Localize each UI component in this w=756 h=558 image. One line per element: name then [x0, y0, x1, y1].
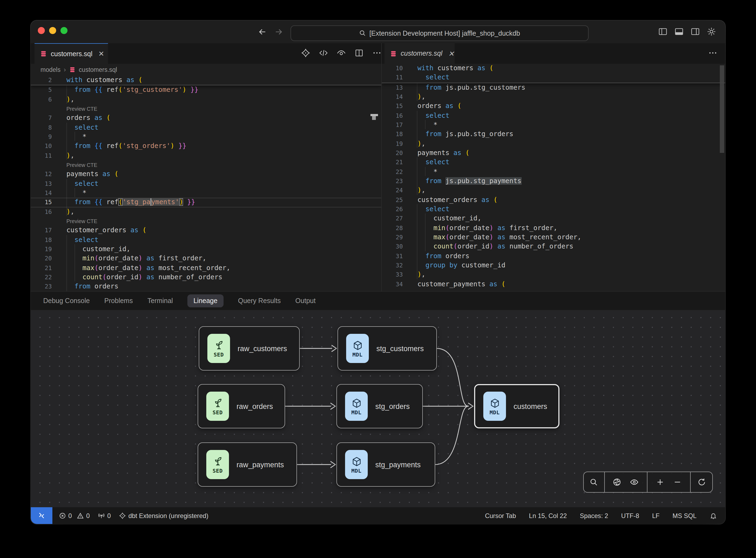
- code-line[interactable]: 17customer_orders as (: [31, 226, 381, 235]
- open-preview-eye-icon[interactable]: [336, 48, 346, 58]
- code-line[interactable]: 31 from orders: [382, 251, 725, 261]
- status-item-ms-sql[interactable]: MS SQL: [673, 512, 697, 519]
- minimize-window-button[interactable]: [49, 27, 56, 34]
- tab-customers-sql-right[interactable]: customers.sql ✕: [385, 43, 455, 64]
- code-line[interactable]: 32 group by customer_id: [382, 261, 725, 270]
- code-line[interactable]: 13 select: [31, 179, 381, 188]
- code-line[interactable]: 17 *: [382, 121, 725, 130]
- code-line[interactable]: 24),: [382, 186, 725, 196]
- code-line[interactable]: 19),: [382, 139, 725, 149]
- aperture-icon[interactable]: [612, 478, 622, 487]
- codelens-row[interactable]: Preview CTE: [31, 217, 381, 226]
- code-line[interactable]: 6),: [31, 95, 381, 104]
- close-window-button[interactable]: [38, 27, 45, 34]
- lineage-node-stg_payments[interactable]: MDLstg_payments: [336, 442, 435, 487]
- status-item-spaces-2[interactable]: Spaces: 2: [580, 512, 608, 519]
- lineage-node-raw_customers[interactable]: SEDraw_customers: [199, 326, 300, 371]
- panel-tab-lineage[interactable]: Lineage: [187, 295, 223, 307]
- status-item-ln-15-col-22[interactable]: Ln 15, Col 22: [529, 512, 567, 519]
- close-tab-icon[interactable]: ✕: [448, 49, 454, 57]
- code-line[interactable]: 11 select: [382, 73, 725, 83]
- zoom-out-icon[interactable]: [673, 478, 682, 487]
- panel-tab-output[interactable]: Output: [295, 297, 316, 305]
- code-line[interactable]: 30 count(order_id) as number_of_orders: [382, 242, 725, 251]
- codelens-row[interactable]: Preview CTE: [31, 160, 381, 170]
- code-line[interactable]: 8 select: [31, 123, 381, 132]
- refresh-icon[interactable]: [697, 478, 706, 487]
- lineage-node-raw_orders[interactable]: SEDraw_orders: [198, 384, 285, 428]
- breadcrumb-folder[interactable]: models: [41, 67, 60, 73]
- code-line[interactable]: 2with customers as (: [31, 76, 381, 85]
- code-line[interactable]: 14),: [382, 92, 725, 102]
- editor-pane-source[interactable]: 2with customers as ( 5 from {{ ref('stg_…: [31, 76, 381, 291]
- codelens-preview-cte-link[interactable]: Preview CTE: [67, 160, 97, 170]
- toggle-secondary-sidebar-icon[interactable]: [690, 26, 700, 37]
- code-line[interactable]: 20 min(order_date) as first_order,: [31, 254, 381, 263]
- status-item-lf[interactable]: LF: [652, 512, 660, 519]
- codelens-preview-cte-link[interactable]: Preview CTE: [67, 217, 97, 226]
- code-line[interactable]: 25customer_orders as (: [382, 195, 725, 205]
- zoom-in-icon[interactable]: [656, 478, 665, 487]
- remote-indicator[interactable]: [31, 507, 52, 524]
- code-line[interactable]: 33),: [382, 270, 725, 280]
- navigate-back-icon[interactable]: [258, 27, 267, 37]
- navigate-forward-icon[interactable]: [274, 27, 284, 37]
- code-line[interactable]: 28 min(order_date) as first_order,: [382, 223, 725, 233]
- code-line[interactable]: 34customer_payments as (: [382, 280, 725, 289]
- toggle-panel-icon[interactable]: [674, 26, 684, 37]
- panel-tab-terminal[interactable]: Terminal: [148, 297, 173, 305]
- zoom-window-button[interactable]: [60, 27, 68, 34]
- dbt-extension-status[interactable]: dbt Extension (unregistered): [119, 512, 208, 519]
- compiled-code-icon[interactable]: [319, 48, 328, 58]
- code-line[interactable]: 22 count(order_id) as number_of_orders: [31, 273, 381, 282]
- command-center-search[interactable]: [Extension Development Host] jaffle_shop…: [290, 25, 589, 41]
- eye-icon[interactable]: [630, 478, 639, 487]
- codelens-preview-cte-link[interactable]: Preview CTE: [67, 104, 97, 114]
- search-icon[interactable]: [590, 478, 599, 487]
- dbt-power-user-icon[interactable]: [301, 48, 311, 58]
- settings-gear-icon[interactable]: [706, 26, 716, 37]
- code-line[interactable]: 19 customer_id,: [31, 245, 381, 254]
- code-line[interactable]: 15 from {{ ref('stg_payments') }}: [31, 198, 381, 207]
- code-line[interactable]: 26 select: [382, 205, 725, 214]
- code-line[interactable]: 18 select: [31, 235, 381, 245]
- code-line[interactable]: 7orders as (: [31, 114, 381, 123]
- tab-customers-sql-left[interactable]: customers.sql ✕: [34, 43, 108, 64]
- code-line[interactable]: 11),: [31, 151, 381, 160]
- code-line[interactable]: 14 *: [31, 188, 381, 198]
- code-line[interactable]: 13 from js.pub.stg_customers: [382, 83, 725, 92]
- editor-pane-compiled[interactable]: 10with customers as (11 select 13 from j…: [382, 64, 725, 291]
- code-line[interactable]: 16 select: [382, 111, 725, 121]
- scrollbar-thumb[interactable]: [720, 66, 724, 153]
- code-line[interactable]: 21 max(order_date) as most_recent_order,: [31, 263, 381, 273]
- codelens-row[interactable]: Preview CTE: [31, 104, 381, 114]
- code-line[interactable]: 27 customer_id,: [382, 214, 725, 224]
- status-item-utf-8[interactable]: UTF-8: [621, 512, 639, 519]
- code-line[interactable]: 5 from {{ ref('stg_customers') }}: [31, 85, 381, 95]
- code-line[interactable]: 23 from orders: [31, 282, 381, 291]
- lineage-node-customers[interactable]: MDLcustomers: [474, 384, 559, 428]
- code-line[interactable]: 10 from {{ ref('stg_orders') }}: [31, 142, 381, 151]
- status-item-cursor-tab[interactable]: Cursor Tab: [485, 512, 516, 519]
- lineage-node-raw_payments[interactable]: SEDraw_payments: [198, 442, 297, 487]
- lineage-canvas[interactable]: SEDraw_customersMDLstg_customersSEDraw_o…: [31, 310, 725, 508]
- more-actions-icon[interactable]: [708, 48, 718, 58]
- panel-tab-debug-console[interactable]: Debug Console: [43, 297, 89, 305]
- panel-tab-query-results[interactable]: Query Results: [238, 297, 281, 305]
- ports-status[interactable]: 0: [98, 512, 111, 519]
- code-line[interactable]: 12payments as (: [31, 170, 381, 179]
- lineage-node-stg_orders[interactable]: MDLstg_orders: [336, 384, 423, 428]
- close-tab-icon[interactable]: ✕: [98, 50, 104, 58]
- problems-status[interactable]: 0 0: [59, 512, 89, 519]
- toggle-primary-sidebar-icon[interactable]: [658, 26, 668, 37]
- lineage-node-stg_customers[interactable]: MDLstg_customers: [338, 326, 437, 371]
- code-line[interactable]: 29 max(order_date) as most_recent_order,: [382, 233, 725, 242]
- panel-tab-problems[interactable]: Problems: [104, 297, 133, 305]
- more-actions-icon[interactable]: [372, 48, 382, 58]
- breadcrumb-file[interactable]: customers.sql: [79, 67, 117, 73]
- code-line[interactable]: 15orders as (: [382, 102, 725, 111]
- code-line[interactable]: 18 from js.pub.stg_orders: [382, 130, 725, 140]
- code-line[interactable]: 23 from js.pub.stg_payments: [382, 177, 725, 186]
- code-line[interactable]: 21 select: [382, 158, 725, 168]
- code-line[interactable]: 9 *: [31, 132, 381, 142]
